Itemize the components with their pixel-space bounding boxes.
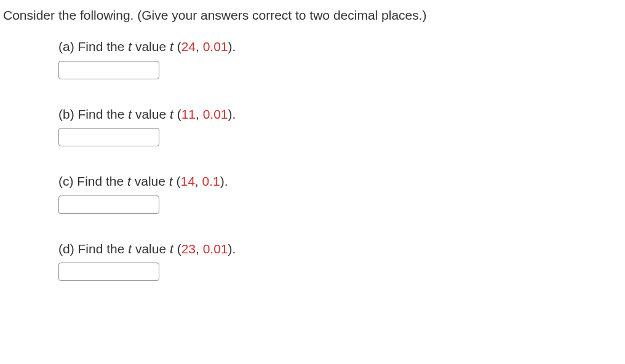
alpha-value: 0.01 xyxy=(203,242,228,256)
question-d: (d) Find the t value t (23, 0.01). xyxy=(58,240,622,281)
open-paren: ( xyxy=(173,107,181,121)
text-prefix: Find the xyxy=(78,39,129,53)
question-d-text: (d) Find the t value t (23, 0.01). xyxy=(58,240,622,258)
question-b: (b) Find the t value t (11, 0.01). xyxy=(58,105,622,146)
question-a: (a) Find the t value t (24, 0.01). xyxy=(58,38,622,79)
part-label: (b) xyxy=(58,107,74,121)
alpha-value: 0.01 xyxy=(203,39,228,53)
comma: , xyxy=(196,242,203,256)
question-c: (c) Find the t value t (14, 0.1). xyxy=(58,172,622,213)
text-prefix: Find the xyxy=(77,174,127,188)
close-paren: ). xyxy=(228,107,236,121)
answer-input-b[interactable] xyxy=(58,128,159,146)
alpha-value: 0.1 xyxy=(202,174,220,188)
text-middle: value xyxy=(132,242,170,256)
text-middle: value xyxy=(132,39,170,53)
text-prefix: Find the xyxy=(78,242,129,256)
df-value: 23 xyxy=(181,242,196,256)
close-paren: ). xyxy=(228,39,236,53)
part-label: (a) xyxy=(58,39,74,53)
part-label: (c) xyxy=(58,174,74,188)
open-paren: ( xyxy=(173,39,181,53)
open-paren: ( xyxy=(173,242,181,256)
close-paren: ). xyxy=(228,242,236,256)
answer-input-a[interactable] xyxy=(58,61,159,79)
df-value: 14 xyxy=(180,174,194,188)
df-value: 11 xyxy=(181,107,196,121)
comma: , xyxy=(196,39,203,53)
close-paren: ). xyxy=(220,174,228,188)
alpha-value: 0.01 xyxy=(203,107,228,121)
comma: , xyxy=(195,174,202,188)
answer-input-c[interactable] xyxy=(58,196,159,214)
answer-input-d[interactable] xyxy=(58,263,159,281)
part-label: (d) xyxy=(58,242,74,256)
question-c-text: (c) Find the t value t (14, 0.1). xyxy=(58,172,622,190)
df-value: 24 xyxy=(181,39,196,53)
instruction-text: Consider the following. (Give your answe… xyxy=(3,6,622,24)
comma: , xyxy=(196,107,203,121)
question-a-text: (a) Find the t value t (24, 0.01). xyxy=(58,38,622,55)
text-middle: value xyxy=(131,174,169,188)
text-prefix: Find the xyxy=(78,107,129,121)
question-b-text: (b) Find the t value t (11, 0.01). xyxy=(58,105,622,123)
open-paren: ( xyxy=(173,174,181,188)
text-middle: value xyxy=(132,107,170,121)
